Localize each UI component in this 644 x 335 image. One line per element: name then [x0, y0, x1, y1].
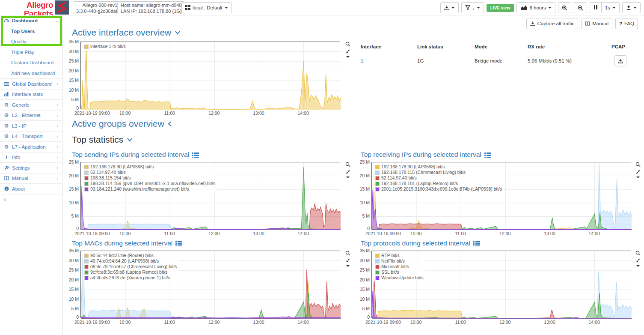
collapse-chart-icon[interactable]: [346, 56, 350, 58]
chart-title-top-macs[interactable]: Top MACs during selected interval: [72, 239, 182, 247]
chart-title-top-sending-ips[interactable]: Top sending IPs during selected interval: [72, 151, 199, 159]
x-tick-label: 10:00: [410, 320, 421, 325]
col-link-status: Link status: [417, 44, 475, 49]
sidebar-item-l7-application[interactable]: ⚙ L7 - Application ‹: [0, 141, 62, 152]
chart-title-top-protocols[interactable]: Top protocols during selected interval: [361, 239, 480, 247]
sidebar-item-add-new-dashboard[interactable]: Add new dashboard: [0, 68, 62, 79]
x-tick-label: 12:00: [499, 231, 510, 236]
sidebar-item-quality[interactable]: Quality: [0, 36, 62, 47]
filter-menu-button[interactable]: 7: [461, 2, 484, 13]
sidebar-item-settings[interactable]: Settings ‹: [0, 162, 62, 173]
chart-plot[interactable]: 192.168.178.90 (LAP0598) bit/s52.114.97.…: [80, 162, 340, 230]
sidebar-collapse-button[interactable]: «: [0, 194, 62, 205]
top-receiving-ips-chart: 25 M20 M15 M10 M5 M0192.168.178.90 (LAP0…: [359, 162, 633, 237]
zoom-chart-icon[interactable]: [345, 162, 350, 167]
pause-icon: [594, 5, 598, 10]
chart-plot[interactable]: 192.168.178.90 (LAP0598) bit/s192.168.17…: [371, 162, 631, 230]
chart-title-top-receiving-ips[interactable]: Top receiving IPs during selected interv…: [361, 151, 491, 159]
sidebar-item-interface-stats[interactable]: Interface stats: [0, 89, 62, 100]
collapse-chart-icon[interactable]: [636, 265, 640, 267]
y-tick-label: 25 M: [360, 267, 370, 272]
legend-swatch: [375, 259, 380, 263]
y-tick-label: 5 M: [71, 97, 79, 102]
legend-label: 52.114.97.40 bit/s: [90, 170, 126, 175]
resize-chart-icon[interactable]: [636, 258, 640, 263]
y-tick-label: 30 M: [360, 258, 370, 263]
interface-link[interactable]: 1: [361, 58, 417, 63]
x-tick-label: 12:00: [208, 111, 220, 116]
resize-chart-icon[interactable]: [346, 170, 350, 174]
sidebar-item-generic[interactable]: ⚙ Generic ‹: [0, 99, 62, 110]
zoom-chart-icon[interactable]: [345, 251, 350, 256]
resize-chart-icon[interactable]: [636, 170, 640, 174]
section-active-groups-overview[interactable]: Active groups overview: [72, 119, 172, 129]
legend-label: NetFlix bit/s: [381, 258, 405, 264]
zoom-in-button[interactable]: [558, 2, 571, 13]
interface-table: Interface Link status Mode RX rate PCAP …: [361, 41, 638, 69]
manual-button[interactable]: Manual: [581, 18, 612, 29]
download-menu-button[interactable]: [440, 2, 459, 13]
top-sending-ips-chart: 25 M20 M15 M10 M5 M0192.168.178.90 (LAP0…: [68, 162, 342, 237]
chart-plot[interactable]: RTP bit/sNetFlix bit/sMicrosoft bit/sSSL…: [371, 251, 631, 318]
pcap-download-button[interactable]: [614, 55, 626, 66]
zoom-chart-icon[interactable]: [345, 42, 350, 47]
section-active-interface-overview[interactable]: Active interface overview: [72, 27, 181, 38]
bar-chart-icon: [3, 92, 9, 96]
x-tick-label: 12:00: [208, 320, 220, 325]
sidebar-item-top-users[interactable]: Top Users: [0, 26, 62, 37]
resize-chart-icon[interactable]: [346, 49, 350, 54]
dashboard-icon: [3, 18, 9, 23]
time-range-button[interactable]: 6 hours: [516, 2, 555, 13]
sidebar-item-custom-dashboard[interactable]: Custom Dashboard: [0, 57, 62, 68]
refresh-interval-button[interactable]: 1s: [601, 2, 620, 13]
live-view-badge[interactable]: LIVE view: [487, 4, 514, 12]
x-tick-label: 11:00: [455, 231, 466, 236]
legend-label: d8:8c:79:1b:d9:c7 (Chromecast Living) bi…: [90, 264, 177, 269]
sidebar-item-l2-ethernet[interactable]: ⚙ L2 - Ethernet ‹: [0, 110, 62, 121]
x-tick-label: 2021-10-19 09:00: [74, 320, 110, 325]
legend-label: 2001:1c05:2015:3100:343d:e690:1e0e:874b …: [381, 186, 502, 192]
chevron-left-icon: ‹: [57, 165, 58, 170]
sidebar-item-info[interactable]: i Info ‹: [0, 152, 62, 163]
y-tick-label: 35 M: [69, 248, 79, 253]
col-rx-rate: RX rate: [528, 44, 611, 49]
capture-all-traffic-button[interactable]: Capture all traffic: [526, 18, 579, 29]
y-tick-label: 5 M: [362, 306, 370, 311]
sidebar-item-global-dashboard[interactable]: Global Dashboard ‹: [0, 78, 62, 89]
sidebar-item-manual[interactable]: Manual ‹: [0, 173, 62, 184]
sidebar-item-triple-play[interactable]: Triple Play: [0, 47, 62, 58]
sidebar-item-l3-ip[interactable]: ⚙ L3 - IP ‹: [0, 120, 62, 131]
x-tick-label: 11:00: [455, 320, 466, 325]
chart-plot[interactable]: 90:5c:44:9d:21:be (Router) bit/s40:74:e0…: [80, 251, 340, 318]
zoom-chart-icon[interactable]: [635, 162, 641, 167]
legend-item: RTP bit/s: [375, 253, 424, 258]
chart-x-axis: 2021-10-19 09:0010:0011:0012:0013:0014:0…: [80, 111, 340, 117]
sidebar-item-dashboard[interactable]: Dashboard ⌄: [0, 15, 62, 26]
brand-logo-icon[interactable]: [55, 0, 69, 15]
chart-plot[interactable]: interface 1 rx bit/s: [80, 42, 340, 109]
resize-chart-icon[interactable]: [346, 258, 350, 263]
legend-item: NetFlix bit/s: [375, 258, 424, 264]
collapse-chart-icon[interactable]: [636, 176, 640, 178]
faq-button[interactable]: ? FAQ: [615, 18, 638, 29]
chart-controls: [345, 251, 351, 267]
zoom-out-button[interactable]: [574, 2, 587, 13]
sidebar-item-l4-transport[interactable]: ⚙ L4 - Transport ‹: [0, 131, 62, 142]
legend-item: 198.38.114.156 (ipv6-c094-ams001-ix.1.oc…: [84, 181, 215, 186]
profile-selector-button[interactable]: local : Default: [181, 2, 232, 13]
collapse-chart-icon[interactable]: [346, 265, 350, 267]
x-tick-label: 10:00: [119, 111, 131, 116]
legend-label: RTP bit/s: [381, 253, 400, 258]
col-interface: Interface: [361, 44, 417, 49]
user-menu-button[interactable]: [622, 2, 641, 13]
chart-x-axis: 2021-10-19 09:0010:0011:0012:0013:0014:0…: [80, 320, 340, 326]
collapse-chart-icon[interactable]: [346, 176, 350, 178]
chevron-left-icon: [168, 121, 172, 127]
pause-button[interactable]: [590, 2, 602, 13]
section-top-statistics[interactable]: Top statistics: [72, 135, 133, 145]
zoom-chart-icon[interactable]: [635, 251, 641, 256]
sidebar-item-about[interactable]: i About: [0, 183, 62, 194]
chevron-left-icon: ‹: [57, 113, 58, 118]
legend-swatch: [375, 187, 380, 191]
legend-label: 40:74:e0:94:64:20 (LAP0598) bit/s: [90, 258, 159, 264]
